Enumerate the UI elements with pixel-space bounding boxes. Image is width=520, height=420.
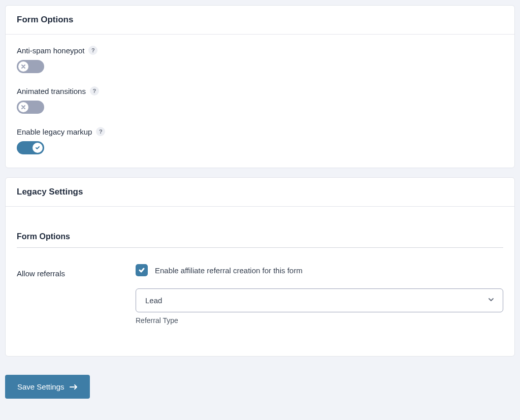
honeypot-toggle[interactable]: [17, 60, 44, 73]
toggle-knob: [32, 143, 43, 153]
form-options-panel: Form Options Anti-spam honeypot ? Animat…: [5, 5, 515, 168]
setting-label-row: Animated transitions ?: [17, 86, 503, 95]
setting-honeypot: Anti-spam honeypot ?: [17, 46, 503, 75]
setting-label: Animated transitions: [17, 87, 86, 95]
field-label: Allow referrals: [17, 264, 123, 278]
help-icon[interactable]: ?: [90, 86, 99, 95]
panel-title: Legacy Settings: [17, 187, 503, 197]
check-icon: [35, 145, 40, 150]
legacy-settings-panel: Legacy Settings Form Options Allow refer…: [5, 177, 515, 357]
toggle-knob: [18, 61, 28, 72]
panel-header: Form Options: [6, 6, 514, 35]
help-icon[interactable]: ?: [88, 46, 98, 55]
check-icon: [138, 267, 145, 274]
setting-transitions: Animated transitions ?: [17, 86, 503, 116]
panel-title: Form Options: [17, 15, 503, 25]
setting-label-row: Enable legacy markup ?: [17, 127, 503, 136]
subheading-row: Form Options: [17, 232, 503, 248]
referral-type-select[interactable]: Lead: [136, 288, 503, 312]
field-control: Enable affiliate referral creation for t…: [136, 264, 503, 325]
setting-label: Enable legacy markup: [17, 127, 92, 136]
checkbox-row: Enable affiliate referral creation for t…: [136, 264, 503, 276]
legacy-markup-toggle[interactable]: [17, 141, 44, 154]
save-settings-button[interactable]: Save Settings: [5, 375, 90, 399]
panel-body: Form Options Allow referrals Enable affi…: [6, 207, 514, 356]
button-label: Save Settings: [17, 382, 64, 391]
select-value: Lead: [145, 296, 162, 305]
select-sublabel: Referral Type: [136, 316, 503, 325]
toggle-knob: [18, 102, 28, 112]
setting-legacy-markup: Enable legacy markup ?: [17, 127, 503, 156]
setting-label: Anti-spam honeypot: [17, 46, 84, 55]
select-box: Lead: [136, 288, 503, 312]
help-icon[interactable]: ?: [96, 127, 105, 136]
x-icon: [21, 64, 26, 69]
panel-body: Anti-spam honeypot ? Animated transition…: [6, 35, 514, 168]
arrow-right-icon: [70, 384, 78, 390]
x-icon: [21, 105, 26, 110]
allow-referrals-row: Allow referrals Enable affiliate referra…: [17, 264, 503, 325]
transitions-toggle[interactable]: [17, 101, 44, 114]
setting-label-row: Anti-spam honeypot ?: [17, 46, 503, 55]
checkbox-label: Enable affiliate referral creation for t…: [155, 266, 303, 275]
panel-header: Legacy Settings: [6, 178, 514, 207]
allow-referrals-checkbox[interactable]: [136, 264, 148, 276]
subheading: Form Options: [17, 232, 503, 241]
